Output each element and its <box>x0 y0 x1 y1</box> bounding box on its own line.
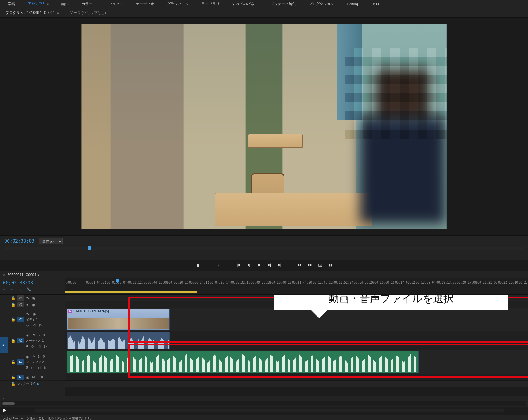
track-target-a3[interactable]: A3 <box>17 375 24 380</box>
prev-kf-icon[interactable]: ◁ <box>38 344 42 348</box>
audio-clip-a1[interactable] <box>67 332 170 349</box>
workspace-tab-production[interactable]: プロダクション <box>307 0 336 8</box>
track-target-v1[interactable]: V1 <box>17 317 24 322</box>
track-header-a3[interactable]: 🔒 A3 ◉ M S 🎙 <box>0 374 65 381</box>
menu-icon[interactable]: ≡ <box>47 2 49 5</box>
workspace-tab-assembly[interactable]: アセンブリ ≡ <box>26 0 51 8</box>
workspace-tab-allpanels[interactable]: すべてのパネル <box>231 0 260 8</box>
track-target-a2[interactable]: A2 <box>17 359 24 365</box>
lock-icon[interactable]: 🔒 <box>11 375 15 379</box>
sync-lock-icon[interactable]: ◉ <box>26 375 30 379</box>
track-header-v3[interactable]: 🔒 V3 👁 ◉ <box>0 295 65 301</box>
prev-kf-icon[interactable]: ◁ <box>33 323 37 327</box>
timeline-timecode[interactable]: 00;02;33;03 <box>3 280 62 286</box>
lift-button[interactable] <box>296 262 303 268</box>
lane-a1[interactable] <box>65 331 528 350</box>
next-kf-icon[interactable]: ▷ <box>39 323 44 327</box>
eye-icon[interactable]: 👁 <box>26 296 30 300</box>
solo-button[interactable]: S <box>36 376 38 379</box>
lane-a2[interactable] <box>65 350 528 374</box>
keyframe-icon[interactable]: ◇ <box>26 323 30 327</box>
next-kf-icon[interactable]: ▷ <box>44 366 48 370</box>
eye-icon[interactable]: 👁 <box>26 303 30 307</box>
panel-menu-icon[interactable]: ≡ <box>57 11 59 15</box>
track-header-v2[interactable]: 🔒 V2 👁 ◉ <box>0 301 65 308</box>
zoom-fit-select[interactable]: 全体表示 <box>39 238 63 244</box>
program-timecode[interactable]: 00;02;33;03 <box>4 238 34 244</box>
solo-button[interactable]: S <box>38 333 40 337</box>
audio-clip-a2[interactable] <box>67 351 419 373</box>
program-panel-tab[interactable]: プログラム: 20200611_C0094 ≡ <box>3 9 61 17</box>
timeline-zoom-bar[interactable] <box>2 401 526 406</box>
keyframe-icon[interactable]: ◇ <box>31 366 35 370</box>
marker-icon[interactable]: ⬙ <box>19 287 24 292</box>
mute-button[interactable]: M <box>33 333 35 337</box>
go-to-in-button[interactable] <box>235 262 242 268</box>
source-patch-a1-outer[interactable]: A1 <box>0 337 8 353</box>
lane-master[interactable] <box>65 381 528 387</box>
lock-icon[interactable]: 🔒 <box>11 296 15 300</box>
snap-icon[interactable]: ⧈ <box>3 287 8 292</box>
track-header-v1[interactable]: 🔒 V1 👁◉ ビデオ 1 ◇◁▷ <box>0 308 65 331</box>
workspace-tab-editing-jp[interactable]: 編集 <box>60 0 71 8</box>
mute-button[interactable]: M <box>32 376 35 379</box>
program-playhead[interactable] <box>88 246 91 250</box>
lock-icon[interactable]: 🔒 <box>11 360 15 364</box>
solo-button[interactable]: S <box>38 355 40 358</box>
next-kf-icon[interactable]: ▷ <box>44 344 48 348</box>
workspace-tab-audio[interactable]: オーディオ <box>134 0 156 8</box>
source-panel-tab[interactable]: ソース:(クリップなし) <box>67 9 108 17</box>
mark-in-button[interactable]: { <box>205 262 211 268</box>
mute-button[interactable]: M <box>33 355 35 358</box>
workspace-tab-metadata[interactable]: メタデータ編集 <box>269 0 298 8</box>
program-scrubber[interactable] <box>4 247 524 250</box>
sync-lock-icon[interactable]: ◉ <box>33 312 37 316</box>
extract-button[interactable] <box>307 262 313 268</box>
timeline-playhead[interactable] <box>118 278 118 420</box>
workspace-tab-color[interactable]: カラー <box>80 0 94 8</box>
work-area-bar[interactable] <box>65 291 197 293</box>
play-button[interactable] <box>256 262 262 268</box>
keyframe-icon[interactable]: ◇ <box>31 344 35 348</box>
sync-lock-icon[interactable]: ◉ <box>26 355 30 359</box>
program-video-area[interactable] <box>0 18 528 235</box>
prev-kf-icon[interactable]: ◁ <box>38 366 42 370</box>
voice-over-icon[interactable]: 🎙 <box>40 375 45 379</box>
settings-icon[interactable]: 🔧 <box>27 287 32 292</box>
add-marker-button[interactable] <box>194 262 201 268</box>
eye-icon[interactable]: 👁 <box>26 312 30 316</box>
lane-a3[interactable] <box>65 374 528 381</box>
sync-lock-icon[interactable]: ◉ <box>32 303 36 307</box>
sequence-tab[interactable]: 20200611_C0094 ≡ <box>7 273 39 277</box>
workspace-tab-titles[interactable]: Titles <box>369 1 381 8</box>
track-lanes[interactable]: fx20200611_C0090.MP4 [V] 動画・音声ファイルを選択 <box>65 295 528 396</box>
video-clip[interactable]: fx20200611_C0090.MP4 [V] <box>67 309 170 330</box>
go-to-out-button[interactable] <box>276 262 283 268</box>
workspace-tab-library[interactable]: ライブラリ <box>200 0 221 8</box>
export-frame-button[interactable] <box>317 262 324 268</box>
voice-over-icon[interactable]: 🎙 <box>42 355 46 359</box>
selection-tool-icon[interactable] <box>2 408 8 414</box>
sync-lock-icon[interactable]: ◉ <box>26 333 30 337</box>
track-target-a1[interactable]: A1 <box>17 338 24 343</box>
lane-v1[interactable]: fx20200611_C0090.MP4 [V] <box>65 308 528 331</box>
lock-icon[interactable]: 🔒 <box>11 317 15 322</box>
horizontal-scrollbar[interactable] <box>35 409 504 412</box>
workspace-tab-graphics[interactable]: グラフィック <box>165 0 191 8</box>
linked-selection-icon[interactable]: ∩ <box>11 287 16 292</box>
step-back-button[interactable] <box>245 262 252 268</box>
mark-out-button[interactable]: } <box>215 262 222 268</box>
track-header-master[interactable]: 🔒 マスター 0.0 ▶ <box>0 381 65 387</box>
voice-over-icon[interactable]: 🎙 <box>42 333 46 337</box>
track-header-a2[interactable]: 🔒 A2 ◉MS🎙 オーディオ 2 0.◇◁▷ <box>0 350 65 374</box>
timeline-zoom-handle[interactable] <box>2 402 15 405</box>
workspace-tab-effects[interactable]: エフェクト <box>103 0 125 8</box>
track-target-v2[interactable]: V2 <box>17 302 24 307</box>
step-forward-button[interactable] <box>266 262 273 268</box>
lock-icon[interactable]: 🔒 <box>11 382 15 386</box>
workspace-tab-learn[interactable]: 学習 <box>6 0 17 8</box>
comparison-view-button[interactable] <box>327 262 334 268</box>
workspace-tab-editing[interactable]: Editing <box>345 1 360 8</box>
lock-icon[interactable]: 🔒 <box>11 339 15 343</box>
lock-icon[interactable]: 🔒 <box>11 303 15 307</box>
